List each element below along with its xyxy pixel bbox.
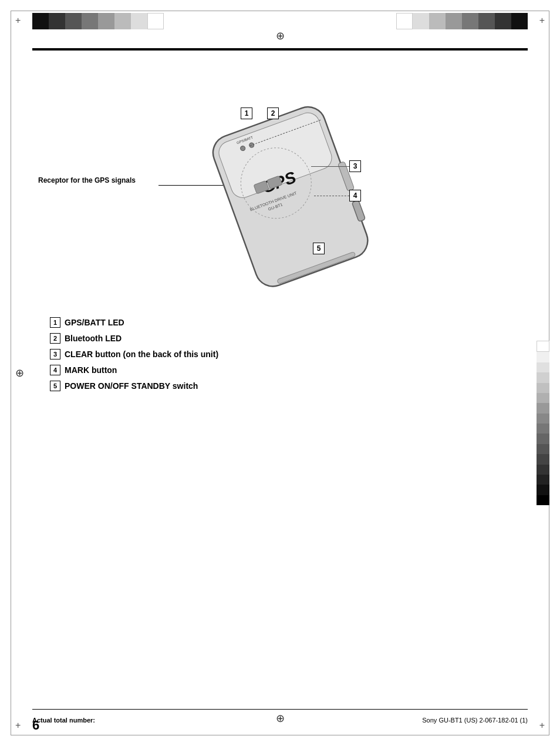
center-mark-left: ⊕ [15, 367, 24, 379]
badge-4: 4 [50, 365, 60, 375]
reg-mark-top-left: + [15, 15, 21, 26]
parts-label-3: CLEAR button (on the back of this unit) [65, 350, 218, 359]
parts-label-2: Bluetooth LED [65, 334, 122, 343]
callout-4-line [314, 196, 349, 196]
callout-2: 2 [267, 107, 279, 119]
callout-3: 3 [349, 160, 361, 172]
reg-mark-top-right: + [539, 15, 545, 26]
receptor-label: Receptor for the GPS signals [38, 176, 136, 184]
callout-3-line [311, 166, 349, 167]
parts-label-5: POWER ON/OFF STANDBY switch [65, 381, 198, 391]
bottom-rule [32, 709, 528, 710]
footer-left: Actual total number: [32, 717, 95, 724]
color-strip-left [32, 13, 164, 29]
top-rule [32, 48, 528, 51]
color-strip-right [396, 13, 528, 29]
parts-item-4: 4 MARK button [50, 365, 218, 375]
device-illustration-area: Receptor for the GPS signals GPS BLUETOO… [32, 56, 528, 308]
badge-5: 5 [50, 381, 60, 391]
parts-item-3: 3 CLEAR button (on the back of this unit… [50, 349, 218, 359]
reg-mark-bottom-right: + [539, 720, 545, 731]
parts-label-4: MARK button [65, 365, 117, 375]
parts-item-2: 2 Bluetooth LED [50, 333, 218, 344]
callout-1: 1 [241, 107, 252, 119]
side-gradient [537, 341, 549, 505]
badge-1: 1 [50, 317, 60, 328]
parts-label-1: GPS/BATT LED [65, 318, 124, 327]
footer-right: Sony GU-BT1 (US) 2-067-182-01 (1) [422, 717, 528, 724]
device-svg: GPS BLUETOOTH DRIVE UNIT GU-BT1 GPS/BATT [167, 73, 390, 291]
parts-item-1: 1 GPS/BATT LED [50, 317, 218, 328]
badge-3: 3 [50, 349, 60, 359]
callout-5: 5 [313, 243, 325, 254]
badge-2: 2 [50, 333, 60, 344]
parts-item-5: 5 POWER ON/OFF STANDBY switch [50, 381, 218, 391]
callout-4: 4 [349, 190, 361, 201]
reg-mark-bottom-left: + [15, 720, 21, 731]
center-mark-bottom: ⊕ [276, 712, 285, 725]
parts-list: 1 GPS/BATT LED 2 Bluetooth LED 3 CLEAR b… [50, 317, 218, 396]
footer-right-text: Sony GU-BT1 (US) 2-067-182-01 (1) [422, 717, 528, 724]
center-mark-top: ⊕ [276, 29, 285, 42]
